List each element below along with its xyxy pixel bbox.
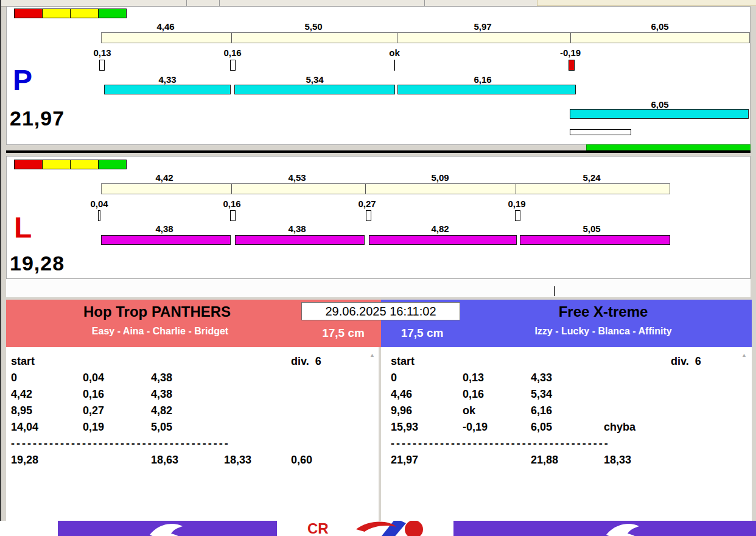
lane-divider (6, 150, 751, 153)
pending-bar-outline (570, 129, 631, 135)
cell: 0,04 (83, 370, 151, 386)
cell (291, 403, 379, 419)
toolbar-button-edge (219, 0, 220, 6)
dog-time-bar (397, 85, 576, 94)
cell: 4,38 (151, 370, 224, 386)
change-time-label: 0,16 (205, 199, 259, 209)
footer-logo-box: CR (277, 521, 453, 536)
split-time-label: 4,42 (128, 172, 201, 183)
cell: 8,95 (11, 403, 83, 419)
cell: 15,93 (391, 419, 463, 436)
cell: ok (463, 403, 531, 419)
cell: 18,63 (151, 452, 224, 468)
cell: 0 (391, 370, 463, 386)
cell: 0,16 (83, 386, 151, 403)
split-track (101, 183, 670, 194)
table-row: 8,95 0,27 4,82 (11, 403, 379, 419)
lane-l-panel: 4,42 4,53 5,09 5,24 0,04 0,16 0,27 0,19 … (6, 156, 751, 279)
cell (671, 403, 752, 419)
cell: 6,05 (531, 419, 604, 436)
bird-icon (146, 521, 195, 536)
team-name: Hop Trop PANTHERS (6, 303, 308, 320)
table-row: 9,96 ok 6,16 (391, 403, 752, 419)
legend-yellow2-box (70, 160, 99, 169)
table-row: 4,46 0,16 5,34 (391, 386, 752, 403)
cr-logo-text: CR (307, 521, 329, 536)
dog-time-label: 4,82 (404, 224, 477, 234)
table-separator: ---------------------------------------- (11, 436, 379, 452)
cell (224, 419, 291, 436)
toolbar-button-edge (186, 0, 187, 6)
change-time-label: 0,04 (72, 199, 127, 209)
pass-tick (515, 210, 520, 221)
dog-time-label: 4,38 (261, 224, 334, 234)
split-divider (365, 184, 366, 194)
rerun-time-bar (570, 109, 749, 119)
scroll-up-arrow[interactable]: ▲ (369, 352, 375, 358)
pass-tick (98, 210, 100, 221)
dog-time-bar (369, 235, 517, 245)
cell: 9,96 (391, 403, 463, 419)
dog-time-label: 5,34 (278, 74, 351, 85)
legend-red-box (14, 9, 43, 18)
table-row: 15,93 -0,19 6,05 chyba (391, 419, 752, 436)
cell: 4,42 (11, 386, 83, 403)
jump-height: 17,5 cm (387, 326, 457, 340)
cell: 5,05 (151, 419, 224, 436)
split-time-label: 5,09 (404, 172, 477, 183)
cell: 5,34 (531, 386, 604, 403)
lane-letter: L (14, 213, 32, 242)
lane-letter: P (13, 66, 32, 95)
split-divider (397, 33, 397, 43)
change-time-label: 0,16 (205, 48, 260, 58)
team-members: Easy - Aina - Charlie - Bridget (6, 326, 314, 337)
dog-time-bar (235, 235, 365, 245)
legend-yellow-box (42, 9, 71, 18)
table-separator: ---------------------------------------- (391, 436, 752, 452)
cell: 19,28 (11, 452, 83, 468)
cell: div. 6 (671, 353, 752, 370)
dog-time-bar (104, 85, 231, 94)
dog-time-label: 4,38 (128, 224, 201, 234)
split-track (101, 32, 750, 43)
cell: 4,38 (151, 386, 224, 403)
bird-icon (603, 521, 651, 536)
split-divider (570, 33, 571, 43)
ok-pass-tick (394, 60, 395, 71)
split-time-label: 5,24 (555, 172, 628, 183)
cell (224, 353, 291, 370)
split-time-label: 5,50 (277, 21, 350, 32)
cell: 14,04 (11, 419, 83, 436)
lane-total-time: 21,97 (10, 108, 65, 129)
cell (151, 353, 224, 370)
cell (604, 370, 671, 386)
cell: 4,33 (531, 370, 604, 386)
scroll-up-arrow[interactable]: ▲ (741, 352, 747, 358)
cell: 21,97 (391, 452, 463, 468)
rerun-time-label: 6,05 (623, 99, 696, 110)
legend-yellow2-box (70, 9, 99, 18)
cell: 0 (11, 370, 83, 386)
cell (291, 370, 379, 386)
cell (604, 403, 671, 419)
team-name: Free X-treme (457, 303, 749, 320)
cursor-mark (554, 286, 555, 296)
cell (224, 403, 291, 419)
team-members: Izzy - Lucky - Blanca - Affinity (457, 326, 749, 337)
table-totals-row: 19,28 18,63 18,33 0,60 (11, 452, 379, 468)
fault-tick (569, 60, 575, 71)
table-row: 4,42 0,16 4,38 (11, 386, 379, 403)
split-time-label: 4,46 (129, 21, 202, 32)
results-table-right: ▲ start div. 6 0 0,13 4,33 4,46 0,16 5,3… (381, 347, 752, 521)
split-time-label: 4,53 (261, 172, 334, 183)
race-timestamp: 29.06.2025 16:11:02 (301, 302, 460, 320)
legend-yellow-box (42, 160, 71, 169)
dog-time-label: 5,05 (555, 224, 628, 234)
change-time-label: 0,19 (489, 199, 544, 209)
toolbar-button-edge (424, 0, 425, 6)
cell (671, 386, 752, 403)
table-row: 14,04 0,19 5,05 (11, 419, 379, 436)
results-table-left: ▲ start div. 6 0 0,04 4,38 4,42 0,16 4,3… (6, 347, 379, 521)
legend-green-box (98, 9, 127, 18)
split-divider (231, 184, 232, 194)
